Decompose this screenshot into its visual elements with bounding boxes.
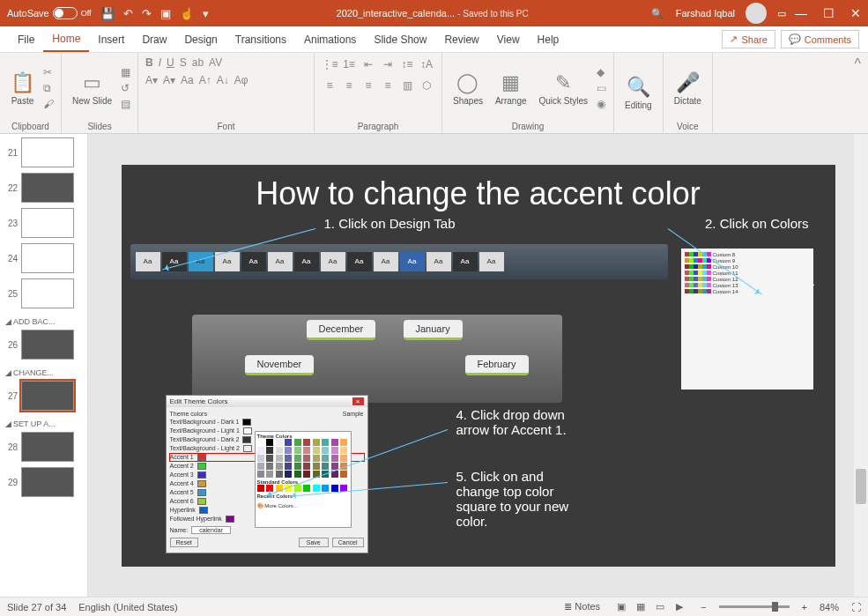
redo-icon[interactable]: ↷ [142,7,152,20]
numbering-button[interactable]: 1≡ [341,56,357,72]
tab-slideshow[interactable]: Slide Show [365,28,435,51]
shrink-font-button[interactable]: A↓ [217,74,229,86]
dictate-button[interactable]: 🎤Dictate [671,70,705,108]
align-center-button[interactable]: ≡ [341,78,357,93]
thumb-25[interactable]: 25 [4,278,84,308]
callout-4[interactable]: 4. Click drop down arrow for Accent 1. [456,407,589,437]
slide-counter[interactable]: Slide 27 of 34 [7,602,66,612]
copy-icon[interactable]: ⧉ [43,82,54,94]
thumb-26[interactable]: 26 [4,330,84,360]
zoom-out-icon[interactable]: − [701,602,706,612]
reset-icon[interactable]: ↺ [121,82,130,94]
zoom-slider[interactable] [719,605,790,608]
align-left-button[interactable]: ≡ [322,78,338,93]
shadow-button[interactable]: ab [192,56,204,69]
sorter-view-icon[interactable]: ▦ [632,600,649,614]
indent-inc-button[interactable]: ⇥ [380,56,396,72]
callout-1[interactable]: 1. Click on Design Tab [324,216,456,231]
fit-slide-icon[interactable]: ⛶ [851,602,861,612]
minimize-icon[interactable]: — [795,6,807,20]
tab-insert[interactable]: Insert [89,28,133,51]
undo-icon[interactable]: ↶ [123,7,133,20]
reading-view-icon[interactable]: ▭ [651,600,669,614]
format-painter-icon[interactable]: 🖌 [43,98,54,110]
touch-mode-icon[interactable]: ☝ [180,7,194,20]
toggle-switch[interactable] [53,7,78,19]
underline-button[interactable]: U [167,56,174,69]
notes-button[interactable]: ≣ Notes [564,601,600,612]
slide-canvas[interactable]: How to change the accent color 1. Click … [122,165,835,567]
slide-title[interactable]: How to change the accent color [122,165,835,212]
shape-fill-icon[interactable]: ◆ [597,66,606,78]
columns-button[interactable]: ▥ [399,78,415,93]
paste-button[interactable]: 📋Paste [7,70,38,108]
cut-icon[interactable]: ✂ [43,66,54,78]
text-direction-button[interactable]: ↕A [419,56,434,72]
quick-styles-button[interactable]: ✎Quick Styles [536,70,592,108]
thumb-24[interactable]: 24 [4,243,84,273]
tab-review[interactable]: Review [435,28,487,51]
highlight-button[interactable]: A▾ [163,74,175,86]
new-slide-button[interactable]: ▭New Slide [69,70,115,108]
smartart-button[interactable]: ⬡ [419,78,434,93]
tab-home[interactable]: Home [43,27,89,52]
clear-format-button[interactable]: Aφ [234,74,249,86]
qat-dropdown-icon[interactable]: ▾ [203,7,209,20]
arrange-button[interactable]: ▦Arrange [492,70,530,108]
save-icon[interactable]: 💾 [100,7,115,20]
grow-font-button[interactable]: A↑ [199,74,211,86]
section-header[interactable]: ◢ CHANGE... [4,365,84,381]
search-icon[interactable]: 🔍 [651,8,664,19]
scroll-thumb[interactable] [856,469,866,504]
thumb-21[interactable]: 21 [4,137,84,167]
tab-help[interactable]: Help [529,28,568,51]
thumb-23[interactable]: 23 [4,208,84,238]
section-header[interactable]: ◢ SET UP A... [4,416,84,432]
autosave-toggle[interactable]: AutoSave Off [7,7,92,19]
editing-button[interactable]: 🔍Editing [621,74,656,112]
bullets-button[interactable]: ⋮≡ [322,56,338,72]
slide-editor[interactable]: How to change the accent color 1. Click … [88,134,868,597]
language-indicator[interactable]: English (United States) [78,602,178,612]
justify-button[interactable]: ≡ [380,78,396,93]
change-case-button[interactable]: Aa [181,74,194,86]
normal-view-icon[interactable]: ▣ [612,600,630,614]
thumb-22[interactable]: 22 [4,173,84,203]
align-right-button[interactable]: ≡ [360,78,376,93]
section-header[interactable]: ◢ ADD BAC... [4,314,84,330]
tab-animations[interactable]: Animations [295,28,365,51]
slideshow-start-icon[interactable]: ▣ [160,7,171,20]
tab-transitions[interactable]: Transitions [226,28,295,51]
thumb-28[interactable]: 28 [4,432,84,462]
layout-icon[interactable]: ▦ [121,66,130,78]
close-icon[interactable]: ✕ [850,6,861,20]
user-area[interactable]: Farshad Iqbal ▭ [676,3,786,24]
maximize-icon[interactable]: ☐ [823,6,835,20]
line-spacing-button[interactable]: ↕≡ [399,56,415,72]
zoom-level[interactable]: 84% [820,602,839,612]
callout-2[interactable]: 2. Click on Colors [705,216,809,231]
avatar[interactable] [746,3,767,24]
comments-button[interactable]: 💬Comments [781,30,859,48]
strike-button[interactable]: S [180,56,187,69]
callout-5[interactable]: 5. Click on and change top color square … [456,469,589,529]
thumbnail-panel[interactable]: 21 22 23 24 25 ◢ ADD BAC... 26 ◢ CHANGE.… [0,134,88,597]
section-icon[interactable]: ▤ [121,98,130,110]
tab-draw[interactable]: Draw [133,28,175,51]
bold-button[interactable]: B [145,56,153,69]
italic-button[interactable]: I [159,56,161,69]
tab-file[interactable]: File [9,28,43,51]
zoom-in-icon[interactable]: + [802,602,807,612]
tab-view[interactable]: View [488,28,529,51]
share-button[interactable]: ↗Share [722,30,775,48]
thumb-29[interactable]: 29 [4,467,84,497]
tab-design[interactable]: Design [175,28,226,51]
font-color-button[interactable]: A▾ [145,74,158,86]
shape-outline-icon[interactable]: ▭ [597,82,606,94]
slideshow-view-icon[interactable]: ▶ [671,600,688,614]
shape-effects-icon[interactable]: ◉ [597,98,606,110]
ribbon-display-icon[interactable]: ▭ [777,8,786,19]
shapes-button[interactable]: ◯Shapes [449,70,486,108]
collapse-ribbon-icon[interactable]: ^ [847,53,868,133]
thumb-27[interactable]: 27 [4,381,84,411]
